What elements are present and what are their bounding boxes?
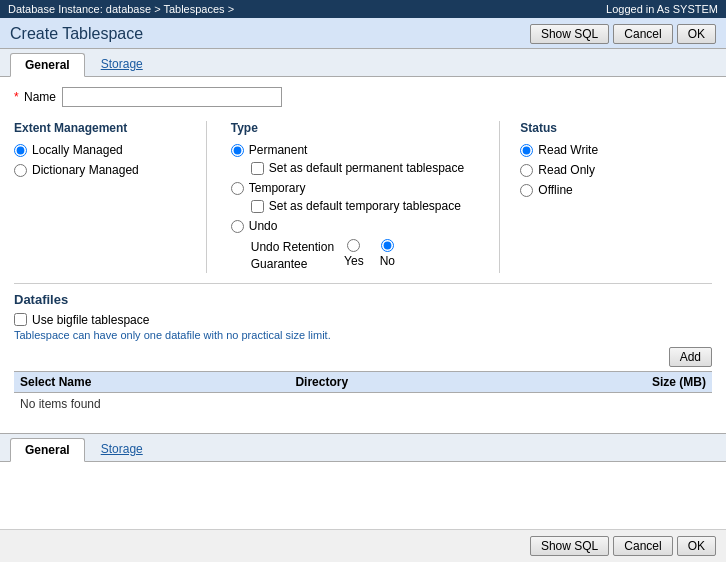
ok-button[interactable]: OK	[677, 24, 716, 44]
tabs-row: General Storage	[0, 49, 726, 77]
name-input[interactable]	[62, 87, 282, 107]
footer: Show SQL Cancel OK	[0, 529, 726, 562]
footer-ok-button[interactable]: OK	[677, 536, 716, 556]
offline-option[interactable]: Offline	[520, 183, 702, 197]
footer-cancel-button[interactable]: Cancel	[613, 536, 672, 556]
type-section: Type Permanent Set as default permanent …	[206, 121, 500, 273]
locally-managed-option[interactable]: Locally Managed	[14, 143, 196, 157]
status-title: Status	[520, 121, 702, 135]
status-section: Status Read Write Read Only Offline	[499, 121, 712, 273]
undo-yes-option: Yes	[344, 239, 364, 268]
page-title: Create Tablespace	[10, 25, 143, 43]
undo-radio[interactable]	[231, 220, 244, 233]
default-temporary-label: Set as default temporary tablespace	[269, 199, 461, 213]
extent-management-options: Locally Managed Dictionary Managed	[14, 143, 196, 177]
datafiles-section: Datafiles Use bigfile tablespace Tablesp…	[14, 283, 712, 415]
offline-radio[interactable]	[520, 184, 533, 197]
offline-label: Offline	[538, 183, 572, 197]
temporary-option: Temporary Set as default temporary table…	[231, 181, 490, 213]
read-only-label: Read Only	[538, 163, 595, 177]
undo-label: Undo	[249, 219, 278, 233]
temporary-label: Temporary	[249, 181, 306, 195]
sections-row: Extent Management Locally Managed Dictio…	[14, 121, 712, 273]
name-label: * Name	[14, 90, 56, 104]
cancel-button[interactable]: Cancel	[613, 24, 672, 44]
bigfile-row: Use bigfile tablespace	[14, 313, 712, 327]
datafiles-table-header: Select Name Directory Size (MB)	[14, 371, 712, 393]
undo-yes-label: Yes	[344, 254, 364, 268]
main-content: * Name Extent Management Locally Managed…	[0, 77, 726, 433]
bigfile-label: Use bigfile tablespace	[32, 313, 149, 327]
read-write-radio[interactable]	[520, 144, 533, 157]
extent-management-title: Extent Management	[14, 121, 196, 135]
footer-show-sql-button[interactable]: Show SQL	[530, 536, 609, 556]
permanent-option: Permanent Set as default permanent table…	[231, 143, 490, 175]
col-directory-header: Directory	[295, 375, 626, 389]
name-row: * Name	[14, 87, 712, 107]
undo-no-radio[interactable]	[381, 239, 394, 252]
bottom-tabs-row: General Storage	[0, 433, 726, 462]
no-items-message: No items found	[14, 393, 712, 415]
status-options: Read Write Read Only Offline	[520, 143, 702, 197]
locally-managed-label: Locally Managed	[32, 143, 123, 157]
permanent-label: Permanent	[249, 143, 308, 157]
bottom-tab-general[interactable]: General	[10, 438, 85, 462]
locally-managed-radio[interactable]	[14, 144, 27, 157]
top-bar: Database Instance: database > Tablespace…	[0, 0, 726, 18]
undo-retention-label: Undo RetentionGuarantee	[251, 239, 334, 273]
default-permanent-label: Set as default permanent tablespace	[269, 161, 464, 175]
col-size-header: Size (MB)	[626, 375, 706, 389]
show-sql-button[interactable]: Show SQL	[530, 24, 609, 44]
type-options: Permanent Set as default permanent table…	[217, 143, 490, 273]
undo-option: Undo Undo RetentionGuarantee Yes	[231, 219, 490, 273]
dictionary-managed-label: Dictionary Managed	[32, 163, 139, 177]
extent-management-section: Extent Management Locally Managed Dictio…	[14, 121, 206, 273]
add-button[interactable]: Add	[669, 347, 712, 367]
undo-no-label: No	[380, 254, 395, 268]
read-only-radio[interactable]	[520, 164, 533, 177]
default-permanent-checkbox[interactable]	[251, 162, 264, 175]
read-only-option[interactable]: Read Only	[520, 163, 702, 177]
type-title: Type	[217, 121, 490, 135]
bigfile-note: Tablespace can have only one datafile wi…	[14, 329, 712, 341]
bigfile-checkbox[interactable]	[14, 313, 27, 326]
dictionary-managed-radio[interactable]	[14, 164, 27, 177]
undo-no-option: No	[380, 239, 395, 268]
permanent-sub: Set as default permanent tablespace	[251, 161, 490, 175]
read-write-option[interactable]: Read Write	[520, 143, 702, 157]
required-asterisk: *	[14, 90, 19, 104]
read-write-label: Read Write	[538, 143, 598, 157]
dictionary-managed-option[interactable]: Dictionary Managed	[14, 163, 196, 177]
undo-radios: Yes No	[344, 239, 395, 268]
permanent-radio[interactable]	[231, 144, 244, 157]
page-header: Create Tablespace Show SQL Cancel OK	[0, 18, 726, 49]
header-buttons: Show SQL Cancel OK	[530, 24, 716, 44]
bottom-tab-storage[interactable]: Storage	[87, 438, 157, 461]
logged-in: Logged in As SYSTEM	[606, 3, 718, 15]
tab-storage[interactable]: Storage	[87, 53, 157, 76]
datafiles-title: Datafiles	[14, 292, 712, 307]
temporary-sub: Set as default temporary tablespace	[251, 199, 490, 213]
default-temporary-checkbox[interactable]	[251, 200, 264, 213]
tab-general[interactable]: General	[10, 53, 85, 77]
col-name-header: Select Name	[20, 375, 295, 389]
undo-yes-radio[interactable]	[347, 239, 360, 252]
undo-retention: Undo RetentionGuarantee Yes No	[251, 239, 490, 273]
temporary-radio[interactable]	[231, 182, 244, 195]
breadcrumb: Database Instance: database > Tablespace…	[8, 3, 234, 15]
